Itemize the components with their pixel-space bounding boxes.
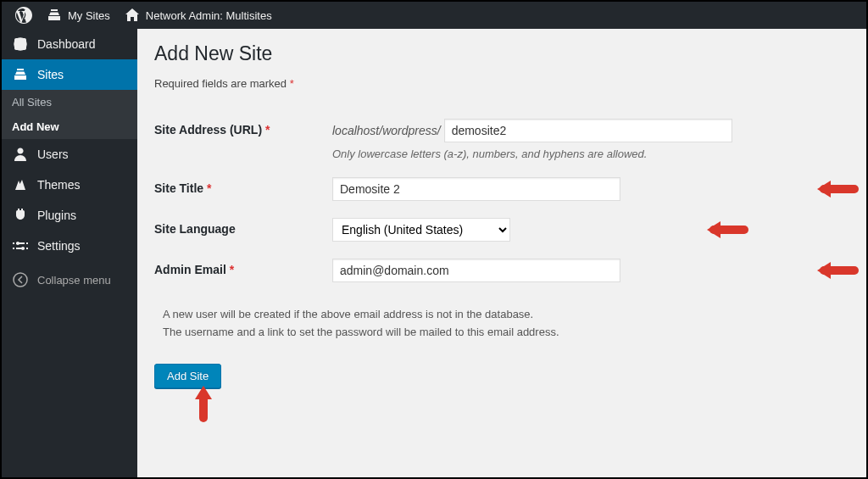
sidebar-item-label: Themes [37,178,81,192]
wp-logo-menu[interactable] [8,2,39,29]
collapse-icon [12,271,29,288]
sidebar-item-label: Settings [37,239,81,253]
collapse-label: Collapse menu [37,274,111,287]
form-table: Site Address (URL) * localhost/wordpress… [154,110,849,291]
wordpress-logo-icon [15,7,32,24]
main-content: Add New Site Required fields are marked … [137,29,866,477]
sidebar-item-label: Plugins [37,209,76,222]
svg-point-3 [14,273,27,287]
sidebar-item-label: Sites [37,68,64,81]
site-language-select[interactable]: English (United States) [332,218,510,242]
submenu-add-new[interactable]: Add New [2,114,137,139]
sidebar-item-sites[interactable]: Sites [2,59,137,90]
sidebar-item-plugins[interactable]: Plugins [2,200,137,231]
page-title: Add New Site [154,42,849,65]
sidebar-item-users[interactable]: Users [2,139,137,170]
sidebar-item-themes[interactable]: Themes [2,170,137,200]
required-note: Required fields are marked * [154,77,849,90]
label-site-language: Site Language [154,209,332,250]
site-address-help: Only lowercase letters (a-z), numbers, a… [332,148,841,160]
toolbar-network-admin[interactable]: Network Admin: Multisites [117,2,279,29]
settings-icon [12,237,29,254]
toolbar-my-sites[interactable]: My Sites [39,2,117,29]
sites-icon [12,66,29,83]
svg-point-1 [16,242,19,245]
sidebar-item-label: Users [37,148,69,161]
admin-sidebar: Dashboard Sites All Sites Add New Users [2,29,137,477]
toolbar-my-sites-label: My Sites [68,9,110,22]
site-address-prefix: localhost/wordpress/ [332,124,441,137]
info-text: A new user will be created if the above … [154,306,849,342]
site-title-input[interactable] [332,177,620,201]
submenu-all-sites[interactable]: All Sites [2,90,137,114]
site-address-input[interactable] [444,119,732,142]
label-site-address: Site Address (URL) * [154,110,332,169]
themes-icon [12,176,29,193]
plugins-icon [12,207,29,224]
admin-toolbar: My Sites Network Admin: Multisites [2,2,866,29]
sidebar-item-dashboard[interactable]: Dashboard [2,29,137,59]
sidebar-submenu-sites: All Sites Add New [2,90,137,139]
label-admin-email: Admin Email * [154,250,332,291]
admin-email-input[interactable] [332,259,620,282]
label-site-title: Site Title * [154,169,332,209]
collapse-menu[interactable]: Collapse menu [2,265,137,295]
users-icon [12,146,29,163]
annotation-arrow-icon [815,259,863,282]
home-icon [124,7,141,24]
sidebar-item-label: Dashboard [37,37,96,51]
dashboard-icon [12,36,29,53]
annotation-arrow-icon [705,218,753,242]
svg-point-2 [21,247,25,250]
annotation-arrow-icon [186,382,220,427]
toolbar-network-admin-label: Network Admin: Multisites [146,9,272,22]
sites-icon [46,7,63,24]
annotation-arrow-icon [815,177,863,201]
sidebar-item-settings[interactable]: Settings [2,231,137,261]
